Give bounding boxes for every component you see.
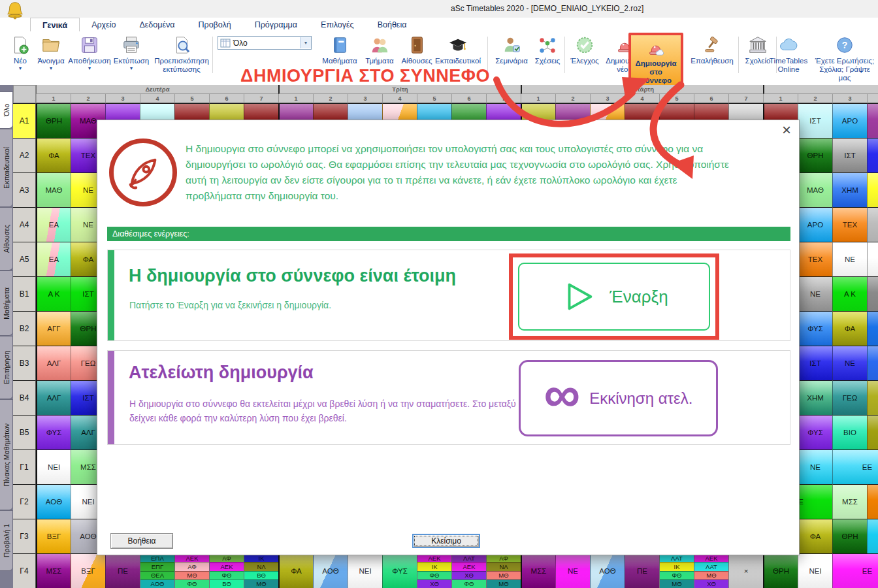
lesson-cell[interactable]: ΒΘ (244, 571, 278, 580)
timetable-cell[interactable] (867, 103, 878, 138)
subjects-button[interactable]: Μαθήματα (319, 33, 361, 65)
menu-item-Γενικά[interactable]: Γενικά (30, 18, 80, 31)
view-selector-arrow[interactable]: ▾ (300, 37, 311, 48)
lesson-cell[interactable]: ΦΘ (660, 571, 694, 580)
timetable-cell[interactable]: ΑΟΘ (313, 553, 348, 588)
classes-button[interactable]: Τμήματα (361, 33, 398, 65)
lesson-cell[interactable]: ΜΘ (487, 571, 521, 580)
row-label-B2[interactable]: B2 (13, 311, 36, 346)
new-button[interactable]: Νέο ▾ (5, 33, 35, 71)
side-tab-Εκπαιδευτικοί[interactable]: Εκπαιδευτικοί (0, 129, 13, 207)
timetable-cell[interactable]: ΤΕΧ (832, 207, 867, 242)
timetable-cell[interactable]: ΑΟΘ (590, 553, 625, 588)
lesson-cell[interactable]: ΜΘ (175, 571, 209, 580)
teachers-button[interactable]: Εκπαιδευτικοί (431, 33, 485, 65)
timetable-cell[interactable] (867, 207, 878, 242)
timetable-cell[interactable]: ΒΞΓ (36, 519, 71, 553)
timetable-cell[interactable] (867, 242, 878, 276)
lesson-stack[interactable]: ΑΦΑΕΚΦΘΒΘ (209, 553, 244, 588)
timetable-cell[interactable]: ΕΕ (832, 449, 878, 484)
timetable-cell[interactable]: ΦΑ (798, 519, 832, 553)
lesson-cell[interactable]: ΘΕΑ (140, 571, 174, 580)
lesson-stack[interactable]: ΙΚΝΛΒΘΜΘ (244, 553, 278, 588)
timetable-cell[interactable]: ΦΥΣ (798, 415, 832, 449)
rooms-button[interactable]: Αίθουσες (398, 33, 435, 65)
lesson-cell[interactable]: ΦΘ (417, 571, 451, 580)
timetable-cell[interactable]: ΝΕ (798, 276, 832, 311)
timetable-cell[interactable]: ΙΣΤ (798, 103, 832, 138)
start-button[interactable]: Έναρξη (518, 263, 710, 331)
save-button[interactable]: Αποθήκευση ▾ (68, 33, 111, 71)
timetable-cell[interactable]: ΧΗΜ (832, 172, 867, 207)
timetable-cell[interactable]: ΠΕ (105, 553, 140, 588)
seminars-button[interactable]: Σεμινάρια (491, 33, 532, 65)
lesson-stack[interactable]: ΕΠΑΕΠΓΘΕΑΑΟΘ (140, 553, 174, 588)
timetable-cell[interactable]: ΝΕ (555, 553, 590, 588)
timetable-cell[interactable] (867, 519, 878, 553)
timetable-cell[interactable]: Α Κ (36, 276, 71, 311)
side-tab-Προβολή 1[interactable]: Προβολή 1 (0, 510, 13, 571)
print-preview-button[interactable]: Προεπισκόπηση εκτύπωσης (153, 33, 210, 74)
verify-button[interactable]: Επαλήθευση (687, 33, 737, 65)
timetable-cell[interactable]: ΘΡΗ (36, 103, 71, 138)
lesson-stack[interactable]: ΛΑΤΑΕΚΧΘΦΘ (451, 553, 486, 588)
side-tab-Πίνακας Μαθημάτων[interactable]: Πίνακας Μαθημάτων (0, 399, 13, 510)
row-label-Γ3[interactable]: Γ3 (13, 519, 36, 553)
questions-button[interactable]: ? Έχετε Ερωτήσεις; Σχόλια; Γράψτε μας (813, 33, 877, 82)
timetable-cell[interactable]: ΑΡΟ (832, 103, 867, 138)
timetable-cell[interactable]: ΜΑΘ (36, 172, 71, 207)
timetable-cell[interactable]: Α Κ (832, 276, 867, 311)
timetable-cell[interactable] (867, 138, 878, 172)
app-bell-icon[interactable] (5, 1, 25, 18)
dialog-close-icon[interactable]: × (782, 122, 791, 139)
row-label-A4[interactable]: A4 (13, 207, 36, 242)
timetable-cell[interactable]: ΒΙΟ (832, 415, 867, 449)
timetable-cell[interactable]: ΜΣΣ (36, 553, 71, 588)
row-label-Γ1[interactable]: Γ1 (13, 449, 36, 484)
lesson-stack[interactable]: ΑΕΚΙΚΦΘΧΘ (417, 553, 451, 588)
lesson-cell[interactable]: ΜΘ (487, 580, 521, 588)
timetable-cell[interactable]: ΝΕ (832, 346, 867, 380)
timetable-cell[interactable] (867, 380, 878, 415)
timetable-cell[interactable]: ΜΣΣ (832, 484, 867, 519)
lesson-stack[interactable]: ΑΕΚΑΦΜΘΦΘ (174, 553, 209, 588)
lesson-cell[interactable]: ΝΛ (244, 562, 278, 570)
timetable-cell[interactable]: ΑΟΘ (36, 484, 71, 519)
timetables-online-button[interactable]: TimeTables Online (766, 33, 811, 74)
close-button[interactable]: Κλείσιμο (412, 534, 480, 548)
timetable-cell[interactable]: ΝΕΙ (798, 553, 832, 588)
timetable-cell[interactable] (867, 346, 878, 380)
check-button[interactable]: Έλεγχος (567, 33, 602, 65)
print-button[interactable]: Εκτύπωση ▾ (111, 33, 152, 71)
row-label-Γ2[interactable]: Γ2 (13, 484, 36, 519)
lesson-cell[interactable]: ΑΕΚ (452, 562, 486, 570)
row-label-B5[interactable]: B5 (13, 415, 36, 449)
timetable-cell[interactable]: × (728, 553, 763, 588)
timetable-cell[interactable]: ΕΑ (36, 242, 71, 276)
lesson-cell[interactable]: ΧΘ (417, 580, 451, 588)
view-selector[interactable]: Όλο ▾ (218, 36, 312, 50)
side-tab-Επιτήρηση[interactable]: Επιτήρηση (0, 336, 13, 399)
row-label-A5[interactable]: A5 (13, 242, 36, 276)
timetable-cell[interactable]: ΝΕΙ (348, 553, 382, 588)
lesson-cell[interactable]: ΙΚ (660, 562, 694, 570)
lesson-stack[interactable]: ΑΦΝΛΜΘΜΘ (486, 553, 521, 588)
lesson-cell[interactable]: ΑΦ (175, 562, 209, 570)
timetable-cell[interactable]: ΦΥΣ (798, 311, 832, 346)
timetable-cell[interactable]: ΒΞΓ (71, 553, 105, 588)
lesson-cell[interactable]: ΜΘ (660, 580, 694, 588)
timetable-cell[interactable]: ΑΛΓ (36, 346, 71, 380)
row-label-B4[interactable]: B4 (13, 380, 36, 415)
lesson-stack[interactable]: ΛΑΤΙΚΦΘΜΘ (659, 553, 694, 588)
timetable-cell[interactable] (867, 415, 878, 449)
lesson-cell[interactable]: ΦΘ (175, 580, 209, 588)
endless-button[interactable]: ∞ Εκκίνηση ατελ. (519, 360, 718, 436)
row-label-A2[interactable]: A2 (13, 138, 36, 172)
menu-item-Δεδομένα[interactable]: Δεδομένα (127, 18, 186, 31)
lesson-cell[interactable]: ΦΘ (452, 580, 486, 588)
lesson-cell[interactable]: ΑΕΚ (210, 562, 244, 570)
lesson-cell[interactable]: ΕΠΓ (140, 562, 174, 570)
timetable-cell[interactable] (867, 276, 878, 311)
row-label-A3[interactable]: A3 (13, 172, 36, 207)
side-tab-Όλο[interactable]: Όλο (0, 91, 13, 129)
